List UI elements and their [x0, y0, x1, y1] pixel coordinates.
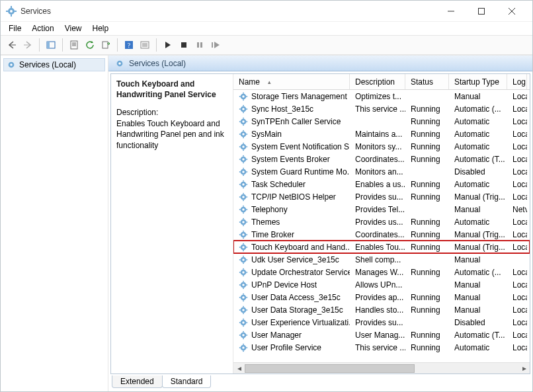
menu-help[interactable]: Help — [87, 22, 114, 34]
grid-body[interactable]: Storage Tiers ManagementOptimizes t...Ma… — [233, 90, 530, 362]
titlebar[interactable]: Services — [1, 1, 532, 21]
svg-rect-139 — [243, 338, 244, 339]
service-row[interactable]: User ManagerUser Manag...RunningAutomati… — [233, 329, 530, 341]
svg-rect-120 — [243, 293, 244, 294]
service-name-text: System Guard Runtime Mo... — [251, 167, 350, 176]
tab-extended[interactable]: Extended — [112, 375, 163, 388]
column-header-logon[interactable]: Log — [507, 74, 527, 89]
column-header-status[interactable]: Status — [405, 74, 449, 89]
svg-rect-30 — [243, 104, 244, 106]
svg-point-119 — [242, 296, 245, 299]
service-row[interactable]: TelephonyProvides Tel...ManualNetv — [233, 203, 530, 216]
cell-logon: Loca — [507, 243, 527, 252]
service-row[interactable]: Udk User Service_3e15cShell comp...Manua… — [233, 253, 530, 266]
service-name-text: SynTPEnh Caller Service — [251, 117, 341, 126]
export-button[interactable] — [99, 38, 113, 52]
column-header-description[interactable]: Description — [350, 74, 405, 89]
cell-name: SynTPEnh Caller Service — [233, 117, 350, 126]
svg-rect-104 — [239, 259, 241, 260]
cell-status: Running — [405, 142, 449, 151]
cell-status: Running — [405, 305, 449, 315]
minimize-button[interactable] — [436, 1, 466, 21]
back-button[interactable] — [5, 38, 19, 52]
scroll-right-icon[interactable]: ▸ — [518, 363, 530, 374]
service-row[interactable]: System Events BrokerCoordinates...Runnin… — [233, 153, 530, 165]
stop-service-button[interactable] — [177, 38, 191, 52]
toolbar-separator — [62, 38, 63, 52]
toolbar: ? — [1, 35, 532, 55]
service-row[interactable]: TCP/IP NetBIOS HelperProvides su...Runni… — [233, 190, 530, 203]
menu-action[interactable]: Action — [26, 22, 59, 34]
service-row[interactable]: System Guard Runtime Mo...Monitors an...… — [233, 165, 530, 178]
cell-name: Themes — [233, 217, 350, 227]
cell-status: Running — [405, 243, 449, 252]
cell-startup: Manual — [449, 280, 507, 290]
cell-description: Coordinates... — [350, 230, 405, 239]
cell-logon: Loca — [507, 104, 527, 114]
svg-rect-60 — [243, 167, 244, 169]
restart-service-button[interactable] — [208, 38, 223, 52]
svg-rect-108 — [243, 268, 244, 269]
properties-button[interactable] — [67, 38, 81, 52]
svg-rect-91 — [243, 237, 244, 239]
menu-view[interactable]: View — [60, 22, 87, 34]
cell-description: This service ... — [350, 104, 405, 114]
service-row[interactable]: User Data Storage_3e15cHandles sto...Run… — [233, 303, 530, 316]
scrollbar-thumb[interactable] — [245, 364, 415, 373]
service-row[interactable]: ThemesProvides us...RunningAutomaticLoca — [233, 216, 530, 228]
service-row[interactable]: Storage Tiers ManagementOptimizes t...Ma… — [233, 90, 530, 102]
detail-column: Touch Keyboard and Handwriting Panel Ser… — [111, 74, 233, 373]
body: Services (Local) Services (Local) Touch … — [1, 55, 532, 391]
svg-rect-75 — [246, 196, 247, 198]
service-row[interactable]: Update Orchestrator ServiceManages W...R… — [233, 266, 530, 278]
help-button[interactable]: ? — [122, 38, 136, 52]
svg-rect-141 — [246, 334, 247, 336]
content: Touch Keyboard and Handwriting Panel Ser… — [110, 73, 530, 374]
svg-rect-45 — [246, 134, 247, 135]
cell-status: Running — [405, 230, 449, 239]
column-header-startup[interactable]: Startup Type — [449, 74, 507, 89]
show-hide-tree-button[interactable] — [44, 38, 58, 52]
service-row[interactable]: Time BrokerCoordinates...RunningManual (… — [233, 228, 530, 241]
service-row[interactable]: User Data Access_3e15cProvides ap...Runn… — [233, 291, 530, 303]
sort-ascending-icon: ▴ — [268, 79, 271, 85]
cell-logon: Loca — [507, 318, 527, 327]
horizontal-scrollbar[interactable]: ◂ ▸ — [233, 362, 530, 373]
tree-root-services-local[interactable]: Services (Local) — [3, 58, 105, 71]
close-button[interactable] — [497, 1, 527, 21]
action-list-button[interactable] — [138, 38, 152, 52]
column-header-name[interactable]: Name▴ — [233, 74, 350, 89]
svg-rect-37 — [243, 124, 244, 126]
cell-description: Provides ap... — [350, 293, 405, 302]
svg-rect-93 — [246, 234, 247, 235]
svg-rect-126 — [243, 305, 244, 307]
svg-point-47 — [242, 145, 245, 148]
refresh-button[interactable] — [83, 38, 97, 52]
cell-name: User Data Storage_3e15c — [233, 305, 350, 315]
service-name-text: User Data Storage_3e15c — [251, 305, 343, 315]
svg-rect-68 — [239, 184, 241, 185]
tree-pane[interactable]: Services (Local) — [1, 56, 108, 391]
service-row[interactable]: User Profile ServiceThis service ...Runn… — [233, 341, 530, 354]
scroll-left-icon[interactable]: ◂ — [233, 363, 245, 374]
maximize-button[interactable] — [466, 1, 497, 21]
forward-button[interactable] — [20, 38, 35, 52]
service-row[interactable]: SynTPEnh Caller ServiceRunningAutomaticL… — [233, 115, 530, 128]
menu-file[interactable]: File — [3, 22, 26, 34]
tab-standard[interactable]: Standard — [162, 375, 212, 388]
cell-status: Running — [405, 117, 449, 126]
service-row[interactable]: Sync Host_3e15cThis service ...RunningAu… — [233, 102, 530, 115]
cell-logon: Loca — [507, 280, 527, 290]
svg-point-143 — [242, 346, 245, 349]
pause-service-button[interactable] — [192, 38, 207, 52]
service-row[interactable]: Touch Keyboard and Hand...Enables Tou...… — [233, 241, 530, 253]
cell-description: Provides su... — [350, 192, 405, 202]
service-row[interactable]: SysMainMaintains a...RunningAutomaticLoc… — [233, 128, 530, 140]
scrollbar-track[interactable] — [245, 364, 518, 373]
svg-rect-54 — [243, 155, 244, 156]
service-row[interactable]: System Event Notification S...Monitors s… — [233, 140, 530, 153]
service-row[interactable]: Task SchedulerEnables a us...RunningAuto… — [233, 178, 530, 190]
service-row[interactable]: User Experience Virtualizati...Provides … — [233, 316, 530, 329]
service-row[interactable]: UPnP Device HostAllows UPn...ManualLoca — [233, 278, 530, 291]
start-service-button[interactable] — [161, 38, 175, 52]
